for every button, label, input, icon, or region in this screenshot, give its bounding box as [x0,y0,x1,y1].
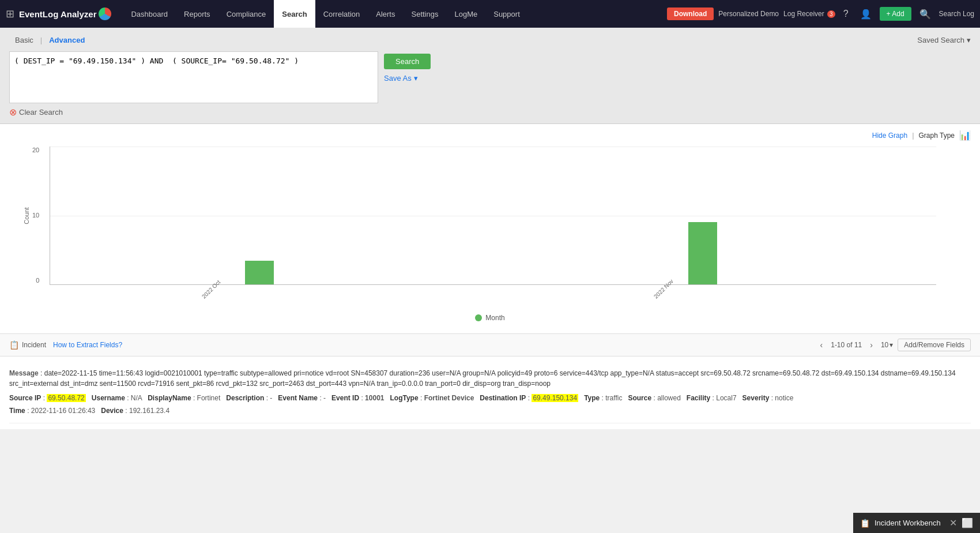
y-label-20: 20 [32,147,39,153]
legend-label: Month [485,314,504,322]
graph-type-icon[interactable]: 📊 [959,130,971,141]
nav-settings[interactable]: Settings [403,0,446,28]
field-eventname-label: Event Name [278,394,318,402]
x-label-nov: 2022 Nov [653,278,674,300]
tab-advanced[interactable]: Advanced [43,33,91,47]
field-type-value: traffic [605,394,622,402]
field-logtype-label: LogType [390,394,419,402]
chevron-down-icon: ▾ [414,74,418,82]
log-fields: Source IP : 69.50.48.72 Username : N/A D… [9,392,971,417]
incident-icon: 📋 [9,340,19,350]
page-info: 1-10 of 11 [831,341,862,349]
log-message: Message : date=2022-11-15 time=11:56:43 … [9,368,971,389]
search-log-button[interactable]: Search Log [939,10,974,18]
bar-nov [688,222,717,284]
clear-search-label: Clear Search [19,108,63,117]
save-as-button[interactable]: Save As ▾ [384,74,431,82]
field-displayname-value: Fortinet [197,394,221,402]
field-time-value: 2022-11-16 01:26:43 [31,407,95,415]
field-source-ip-label: Source IP [9,394,41,402]
graph-type-label: Graph Type [919,132,955,140]
field-destip-value: 69.49.150.134 [532,394,578,402]
logo-area: EventLog Analyzer [19,7,111,20]
field-username-label: Username [92,394,125,402]
tab-basic[interactable]: Basic [9,33,39,47]
graph-section: Hide Graph | Graph Type 📊 Count 20 10 0 … [0,124,980,334]
search-section: Basic | Advanced Saved Search ▾ ( DEST_I… [0,28,980,124]
nav-right: Download Personalized Demo Log Receiver … [667,7,974,21]
field-description-value: - [270,394,272,402]
bar-oct [245,261,274,284]
legend-dot [475,314,482,321]
search-button[interactable]: Search [384,54,431,69]
nav-correlation[interactable]: Correlation [315,0,368,28]
field-device-label: Device [101,407,123,415]
hide-graph-link[interactable]: Hide Graph [872,132,907,140]
field-source-value: allowed [657,394,681,402]
search-actions: Search Save As ▾ [384,51,431,82]
clear-search[interactable]: ⊗ Clear Search [9,107,971,118]
nav-dashboard[interactable]: Dashboard [123,0,176,28]
results-section: 📋 Incident How to Extract Fields? ‹ 1-10… [0,334,980,429]
search-input-row: ( DEST_IP = "69.49.150.134" ) AND ( SOUR… [9,51,971,103]
download-button[interactable]: Download [667,7,714,20]
field-time-label: Time [9,407,25,415]
clear-icon: ⊗ [9,107,17,118]
log-receiver-button[interactable]: Log Receiver 3 [783,10,835,18]
per-page-selector[interactable]: 10 ▾ [881,341,893,349]
incident-button[interactable]: 📋 Incident [9,340,46,350]
nav-compliance[interactable]: Compliance [218,0,274,28]
extract-fields-link[interactable]: How to Extract Fields? [53,341,122,349]
tab-separator: | [40,36,42,44]
add-remove-fields-button[interactable]: Add/Remove Fields [898,339,971,351]
field-facility-label: Facility [687,394,710,402]
field-destip-label: Destination IP [480,394,526,402]
y-label-0: 0 [36,277,39,284]
search-tabs: Basic | Advanced Saved Search ▾ [9,33,971,47]
field-eventname-value: - [323,394,326,402]
grid-icon[interactable]: ⊞ [6,7,14,20]
field-type-label: Type [584,394,600,402]
field-source-label: Source [628,394,651,402]
logo-icon [99,7,111,20]
notification-badge: 3 [827,10,835,18]
nav-alerts[interactable]: Alerts [368,0,403,28]
x-label-oct: 2022 Oct [201,279,221,299]
results-toolbar: 📋 Incident How to Extract Fields? ‹ 1-10… [0,334,980,356]
log-entries: Message : date=2022-11-15 time=11:56:43 … [0,356,980,429]
demo-button[interactable]: Personalized Demo [718,10,779,18]
add-button[interactable]: + Add [880,7,911,21]
field-displayname-label: DisplayName [148,394,191,402]
graph-controls: Hide Graph | Graph Type 📊 [9,130,971,141]
chevron-down-icon: ▾ [967,36,971,44]
message-label: Message [9,369,39,377]
prev-page-button[interactable]: ‹ [817,339,827,351]
field-username-value: N/A [131,394,142,402]
legend: Month [9,314,971,322]
y-axis-title: Count [23,207,30,224]
incident-label: Incident [22,341,46,349]
nav-links: Dashboard Reports Compliance Search Corr… [123,0,667,28]
nav-reports[interactable]: Reports [176,0,218,28]
y-label-10: 10 [32,212,39,219]
search-icon[interactable]: 🔍 [916,9,934,20]
logo-text: EventLog Analyzer [19,9,96,19]
nav-logme[interactable]: LogMe [446,0,485,28]
log-entry: Message : date=2022-11-15 time=11:56:43 … [9,362,971,423]
field-eventid-value: 10001 [365,394,384,402]
field-eventid-label: Event ID [331,394,359,402]
field-severity-value: notice [775,394,793,402]
field-description-label: Description [226,394,264,402]
search-textarea[interactable]: ( DEST_IP = "69.49.150.134" ) AND ( SOUR… [9,51,378,103]
saved-search-button[interactable]: Saved Search ▾ [917,36,971,44]
next-page-button[interactable]: › [866,339,876,351]
help-icon[interactable]: ? [840,9,852,19]
chevron-down-icon: ▾ [889,341,893,349]
nav-search[interactable]: Search [274,0,315,28]
field-device-value: 192.161.23.4 [129,407,169,415]
nav-support[interactable]: Support [485,0,528,28]
top-navigation: ⊞ EventLog Analyzer Dashboard Reports Co… [0,0,980,28]
user-icon[interactable]: 👤 [857,9,875,20]
field-facility-value: Local7 [716,394,736,402]
pagination: ‹ 1-10 of 11 › 10 ▾ Add/Remove Fields [817,339,971,351]
